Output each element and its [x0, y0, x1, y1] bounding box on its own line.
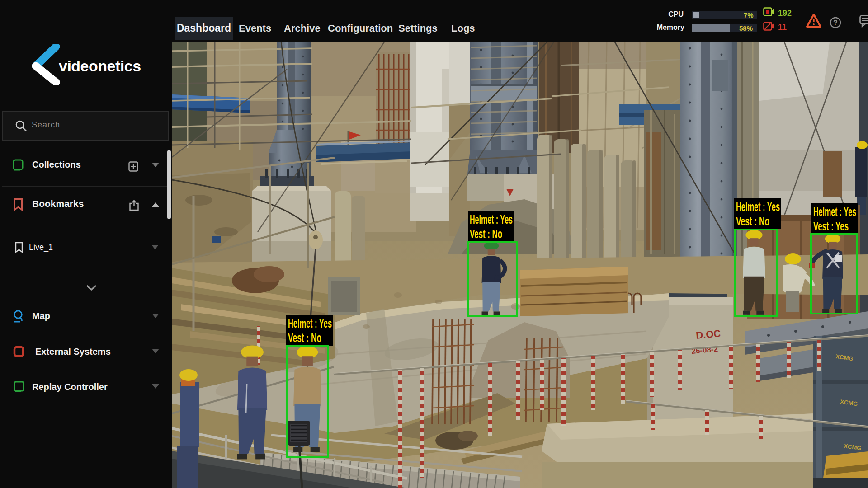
svg-text:Vest : No: Vest : No	[288, 331, 321, 345]
svg-text:Helmet : Yes: Helmet : Yes	[470, 212, 513, 226]
svg-text:Helmet : Yes: Helmet : Yes	[813, 205, 856, 219]
svg-text:?: ?	[833, 19, 838, 27]
svg-text:Helmet : Yes: Helmet : Yes	[288, 316, 332, 330]
svg-text:Vest : No: Vest : No	[470, 227, 502, 241]
svg-text:Vest : Yes: Vest : Yes	[813, 219, 849, 233]
svg-text:videonetics: videonetics	[59, 57, 141, 75]
svg-text:Helmet : Yes: Helmet : Yes	[736, 200, 780, 214]
svg-text:Vest : No: Vest : No	[736, 214, 769, 228]
